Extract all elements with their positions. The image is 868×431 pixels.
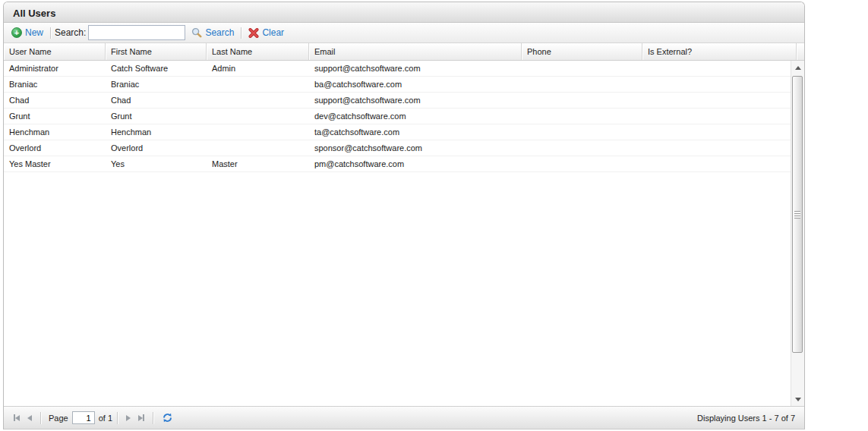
scroll-up-button[interactable] (791, 61, 804, 74)
table-cell: sponsor@catchsoftware.com (309, 140, 522, 156)
table-cell: Braniac (4, 77, 106, 92)
table-cell: Catch Software (106, 61, 207, 76)
table-cell (642, 140, 797, 156)
paging-separator (40, 412, 41, 424)
table-row[interactable]: BraniacBraniacba@catchsoftware.com (4, 77, 791, 93)
table-cell: support@catchsoftware.com (309, 61, 522, 76)
table-cell (207, 140, 309, 156)
prev-page-button[interactable] (25, 413, 34, 423)
table-cell (522, 77, 642, 92)
table-cell: Chad (106, 93, 207, 108)
page-number-input[interactable] (72, 411, 95, 424)
scrollbar-thumb[interactable] (792, 76, 803, 353)
next-page-button[interactable] (124, 413, 133, 423)
toolbar-separator (241, 27, 241, 39)
table-cell (207, 109, 309, 124)
scrollbar-grip-icon (794, 211, 800, 219)
table-cell (642, 156, 797, 171)
table-cell (642, 109, 797, 124)
search-input[interactable] (88, 25, 185, 40)
table-cell: Overlord (106, 140, 207, 156)
search-button-label: Search (205, 27, 234, 38)
vertical-scrollbar[interactable] (791, 61, 804, 407)
toolbar-separator (50, 27, 51, 39)
last-page-button[interactable] (136, 412, 147, 423)
table-cell (522, 156, 642, 171)
table-cell (207, 77, 309, 92)
column-header-last-name[interactable]: Last Name (207, 43, 309, 60)
table-cell: dev@catchsoftware.com (309, 109, 522, 124)
table-cell: Grunt (106, 109, 207, 124)
page: All Users + New Search: Search (0, 0, 868, 431)
grid-toolbar: + New Search: Search (4, 23, 804, 43)
grid-body: AdministratorCatch SoftwareAdminsupport@… (4, 61, 804, 407)
table-cell (522, 140, 642, 156)
table-row[interactable]: Yes MasterYesMasterpm@catchsoftware.com (4, 156, 791, 172)
table-cell: Yes Master (4, 156, 106, 171)
table-cell (522, 109, 642, 124)
table-cell: Chad (4, 93, 106, 108)
new-button-label: New (25, 27, 43, 38)
scroll-down-button[interactable] (791, 393, 804, 406)
triangle-left-icon (15, 415, 20, 421)
page-title: All Users (13, 8, 55, 19)
red-x-icon (248, 28, 259, 38)
paging-separator (117, 412, 118, 424)
panel-title-bar: All Users (4, 2, 804, 23)
table-cell: Grunt (4, 109, 106, 124)
table-cell: Administrator (4, 61, 106, 76)
plus-circle-icon: + (11, 27, 22, 38)
triangle-up-icon (795, 66, 801, 70)
table-cell (522, 124, 642, 140)
refresh-icon (162, 412, 173, 423)
clear-button-label: Clear (262, 27, 284, 38)
magnifier-icon (191, 27, 202, 38)
clear-button[interactable]: Clear (245, 26, 287, 39)
table-cell: Yes (106, 156, 207, 171)
table-cell: support@catchsoftware.com (309, 93, 522, 108)
column-header-is-external[interactable]: Is External? (642, 43, 797, 60)
table-cell: Braniac (106, 77, 207, 92)
table-cell (207, 93, 309, 108)
refresh-button[interactable] (159, 410, 175, 426)
table-cell: Admin (207, 61, 309, 76)
triangle-down-icon (795, 398, 801, 401)
triangle-right-icon (126, 415, 131, 421)
table-cell (522, 61, 642, 76)
table-row[interactable]: OverlordOverlordsponsor@catchsoftware.co… (4, 140, 791, 156)
table-row[interactable]: ChadChadsupport@catchsoftware.com (4, 93, 791, 109)
search-field-label: Search: (55, 27, 86, 38)
triangle-left-icon (27, 415, 32, 421)
paging-separator (153, 412, 153, 424)
table-cell (642, 77, 797, 92)
column-header-filler (797, 43, 804, 60)
table-row[interactable]: GruntGruntdev@catchsoftware.com (4, 109, 791, 124)
displaying-status: Displaying Users 1 - 7 of 7 (697, 414, 798, 423)
page-label: Page (49, 414, 68, 423)
column-header-first-name[interactable]: First Name (106, 43, 207, 60)
grid-header: User NameFirst NameLast NameEmailPhoneIs… (4, 43, 804, 61)
table-cell (522, 93, 642, 108)
table-cell (642, 61, 797, 76)
table-cell (207, 124, 309, 140)
table-row[interactable]: HenchmanHenchmanta@catchsoftware.com (4, 124, 791, 140)
grid-rows: AdministratorCatch SoftwareAdminsupport@… (4, 61, 791, 172)
table-row[interactable]: AdministratorCatch SoftwareAdminsupport@… (4, 61, 791, 77)
table-cell (642, 124, 797, 140)
page-count-label: of 1 (99, 414, 112, 423)
column-header-email[interactable]: Email (309, 43, 522, 60)
table-cell: Henchman (106, 124, 207, 140)
new-button[interactable]: + New (8, 26, 46, 39)
table-cell: Master (207, 156, 309, 171)
paging-toolbar: Page of 1 Displaying Users 1 - 7 of 7 (4, 406, 804, 429)
column-header-user-name[interactable]: User Name (4, 43, 106, 60)
column-header-phone[interactable]: Phone (522, 43, 642, 60)
search-button[interactable]: Search (188, 26, 237, 39)
table-cell: ba@catchsoftware.com (309, 77, 522, 92)
all-users-panel: All Users + New Search: Search (3, 2, 805, 429)
last-page-icon (143, 414, 144, 421)
table-cell: pm@catchsoftware.com (309, 156, 522, 171)
table-cell: Overlord (4, 140, 106, 156)
first-page-button[interactable] (11, 412, 22, 423)
table-cell: Henchman (4, 124, 106, 140)
